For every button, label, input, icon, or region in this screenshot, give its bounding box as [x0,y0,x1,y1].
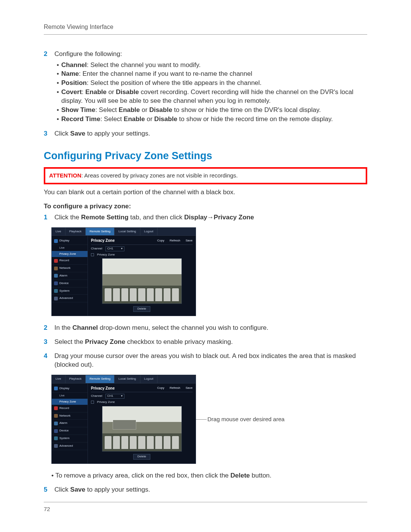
sidebar-sub-item[interactable]: Privacy Zone [52,399,88,405]
dvr-tab[interactable]: Logout [140,375,158,383]
bullet-body: Channel: Select the channel you want to … [61,61,201,70]
sidebar-label: Record [59,259,69,263]
sidebar-item[interactable]: Network [52,265,88,272]
bullet-dot: • [57,88,59,105]
sidebar-label: Record [59,406,69,411]
dvr-sidebar: DisplayLivePrivacy ZoneRecordNetworkAlar… [52,236,88,316]
panel-title: Privacy Zone [91,238,115,243]
sidebar-item[interactable]: Record [52,405,88,412]
mask-box[interactable] [113,420,136,429]
step-3: 3 Click Save to apply your settings. [44,129,367,138]
sidebar-icon [54,429,58,433]
sidebar-label: System [59,289,70,293]
dvr-tab[interactable]: Live [52,228,65,236]
video-preview[interactable] [102,406,182,452]
dvr-tab[interactable]: Playback [65,228,86,236]
step-lead: Configure the following: [54,50,367,59]
panel-button[interactable]: Copy [157,386,164,390]
sidebar-item[interactable]: System [52,288,88,295]
dvr-tab[interactable]: Local Setting [115,375,140,383]
text: Click the [54,214,81,221]
step-number: 2 [44,50,51,125]
channel-select[interactable]: CH1▾ [105,394,124,399]
delete-button[interactable]: Delete [133,306,150,312]
sidebar-label: Device [59,281,68,286]
sidebar-item[interactable]: Network [52,412,88,420]
sidebar-item[interactable]: Device [52,280,88,288]
step-number: 2 [44,324,51,332]
dvr-screenshot-1: LivePlaybackRemote SettingLocal SettingL… [51,227,367,316]
panel-button[interactable]: Copy [157,239,164,243]
sidebar-item[interactable]: Display [52,385,88,393]
panel-title: Privacy Zone [91,386,115,391]
sidebar-item[interactable]: Advanced [52,443,88,450]
panel-button[interactable]: Save [186,386,193,390]
privacy-step-4: 4 Drag your mouse cursor over the areas … [44,352,367,369]
sidebar-icon [54,281,58,285]
attention-text: Areas covered by privacy zones are not v… [84,172,238,179]
sidebar-label: Network [59,414,70,418]
sidebar-label: Network [59,266,70,270]
panel-button[interactable]: Save [186,239,193,243]
channel-label: Channel [91,247,102,251]
privacy-step-5: 5 Click Save to apply your settings. [44,486,367,494]
sidebar-item[interactable]: Device [52,427,88,435]
sidebar-item[interactable]: Display [52,237,88,245]
sidebar-sub-item[interactable]: Live [52,393,88,399]
step-number: 3 [44,129,51,138]
dvr-sidebar: DisplayLivePrivacy ZoneRecordNetworkAlar… [52,383,88,463]
dvr-tab[interactable]: Playback [65,375,86,383]
text: drop-down menu, select the channel you w… [98,324,268,331]
sidebar-label: Advanced [59,444,73,448]
video-preview[interactable] [102,258,182,304]
section-heading: Configuring Privacy Zone Settings [44,149,367,163]
dvr-tab[interactable]: Remote Setting [86,228,115,236]
channel-label: Channel [72,324,98,331]
bullet-dot: • [57,70,59,78]
bullet-item: • Show Time: Select Enable or Disable to… [57,106,367,115]
bullet: • [51,472,55,479]
sidebar-label: Device [59,429,68,433]
delete-button[interactable]: Delete [133,454,150,460]
dvr-tab[interactable]: Live [52,375,65,383]
sidebar-item[interactable]: Alarm [52,420,88,427]
dvr-tab[interactable]: Remote Setting [86,375,115,383]
bullet-body: Show Time: Select Enable or Disable to s… [61,106,321,115]
sidebar-item[interactable]: Alarm [52,272,88,280]
dvr-tab[interactable]: Logout [140,228,158,236]
bullet-item: • Channel: Select the channel you want t… [57,61,367,70]
privacy-step-3: 3 Select the Privacy Zone checkbox to en… [44,338,367,347]
privacy-zone-label: Privacy Zone [214,214,254,221]
step-number: 4 [44,352,51,369]
text: Click [54,486,70,493]
bullet-body: Covert: Enable or Disable covert recordi… [61,88,367,105]
sidebar-sub-item[interactable]: Live [52,245,88,251]
sidebar-icon [54,267,58,270]
panel-button[interactable]: Refresh [170,239,180,243]
checkbox-label: Privacy Zone [97,400,115,404]
privacy-zone-checkbox[interactable] [91,401,94,404]
step-number: 1 [44,213,51,222]
dvr-tab[interactable]: Local Setting [115,228,140,236]
attention-label: ATTENTION [49,172,81,179]
sidebar-item[interactable]: Record [52,257,88,265]
panel-button[interactable]: Refresh [170,386,180,390]
arrow: → [207,214,214,221]
sidebar-item[interactable]: Advanced [52,295,88,302]
sidebar-item[interactable]: System [52,435,88,443]
privacy-step-2: 2 In the Channel drop-down menu, select … [44,324,367,332]
dvr-main: Privacy ZoneCopyRefreshSaveChannelCH1▾Pr… [88,383,196,463]
page-header: Remote Viewing Interface [44,23,367,35]
sidebar-label: Alarm [59,421,67,425]
channel-select[interactable]: CH1▾ [105,246,124,251]
text: Click [54,130,70,137]
sidebar-icon [54,259,58,263]
sidebar-sub-item[interactable]: Privacy Zone [52,251,88,257]
sidebar-icon [54,436,58,440]
sidebar-icon [54,297,58,300]
delete-label: Delete [231,472,250,479]
privacy-zone-checkbox[interactable] [91,253,94,256]
step-number: 5 [44,486,51,494]
text: Select the [54,338,85,345]
bullet-dot: • [57,61,59,70]
